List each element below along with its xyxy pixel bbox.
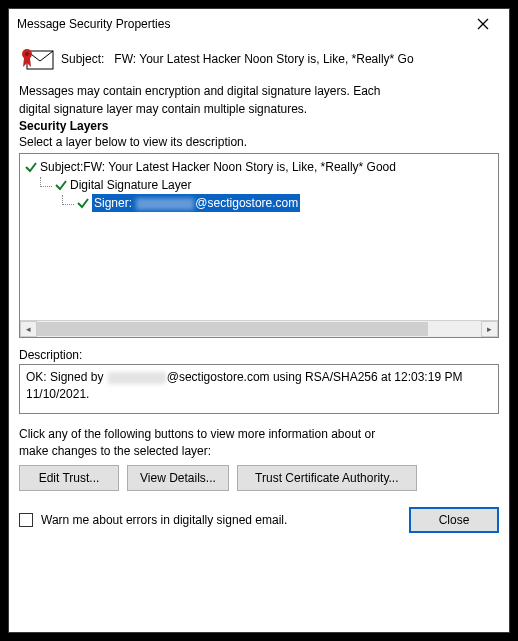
warn-checkbox[interactable]: [19, 513, 33, 527]
trust-ca-button[interactable]: Trust Certificate Authority...: [237, 465, 417, 491]
scroll-left-button[interactable]: ◂: [20, 321, 37, 337]
tree-signer-suffix: @sectigostore.com: [195, 196, 298, 210]
description-box: OK: Signed by @sectigostore.com using RS…: [19, 364, 499, 414]
scroll-right-button[interactable]: ▸: [481, 321, 498, 337]
close-button[interactable]: Close: [409, 507, 499, 533]
scroll-track[interactable]: [37, 321, 481, 337]
hint-line1: Click any of the following buttons to vi…: [19, 426, 499, 442]
description-prefix: OK: Signed by: [26, 370, 107, 384]
tree-signer-selected: Signer: @sectigostore.com: [92, 194, 300, 212]
info-text-1: Messages may contain encryption and digi…: [19, 83, 499, 99]
view-details-button[interactable]: View Details...: [127, 465, 229, 491]
description-label: Description:: [19, 348, 499, 362]
tree-subject-label: Subject:: [40, 158, 83, 176]
warn-checkbox-label: Warn me about errors in digitally signed…: [41, 513, 287, 527]
security-layers-heading: Security Layers: [19, 119, 499, 133]
tree-subject-value: FW: Your Latest Hacker Noon Story is, Li…: [83, 158, 396, 176]
subject-row: Subject: FW: Your Latest Hacker Noon Sto…: [19, 45, 499, 73]
subject-value: FW: Your Latest Hacker Noon Story is, Li…: [114, 52, 413, 66]
hint-line2: make changes to the selected layer:: [19, 443, 499, 459]
checkmark-icon: [24, 160, 38, 174]
scroll-thumb[interactable]: [37, 322, 428, 336]
layers-tree[interactable]: Subject: FW: Your Latest Hacker Noon Sto…: [19, 153, 499, 338]
dialog-window: Message Security Properties: [8, 8, 510, 633]
checkmark-icon: [54, 178, 68, 192]
svg-point-4: [25, 52, 29, 56]
tree-signer-prefix: Signer:: [94, 196, 135, 210]
close-icon: [477, 18, 489, 30]
action-button-row: Edit Trust... View Details... Trust Cert…: [19, 465, 499, 491]
bottom-row: Warn me about errors in digitally signed…: [19, 507, 499, 533]
tree-connector-icon: [40, 177, 52, 187]
select-layer-text: Select a layer below to view its descrip…: [19, 135, 499, 149]
subject-label: Subject:: [61, 52, 104, 66]
tree-siglayer-label: Digital Signature Layer: [70, 176, 191, 194]
info-text-2: digital signature layer may contain mult…: [19, 101, 499, 117]
tree-row-subject[interactable]: Subject: FW: Your Latest Hacker Noon Sto…: [24, 158, 494, 176]
redacted-text: [108, 372, 166, 384]
titlebar: Message Security Properties: [9, 9, 509, 39]
tree-row-siglayer[interactable]: Digital Signature Layer: [24, 176, 494, 194]
tree-row-signer[interactable]: Signer: @sectigostore.com: [24, 194, 494, 212]
tree-connector-icon: [62, 195, 74, 205]
edit-trust-button[interactable]: Edit Trust...: [19, 465, 119, 491]
horizontal-scrollbar[interactable]: ◂ ▸: [20, 320, 498, 337]
redacted-text: [136, 198, 194, 210]
window-title: Message Security Properties: [17, 17, 463, 31]
signed-envelope-icon: [19, 45, 55, 73]
checkmark-icon: [76, 196, 90, 210]
window-close-button[interactable]: [463, 11, 503, 37]
